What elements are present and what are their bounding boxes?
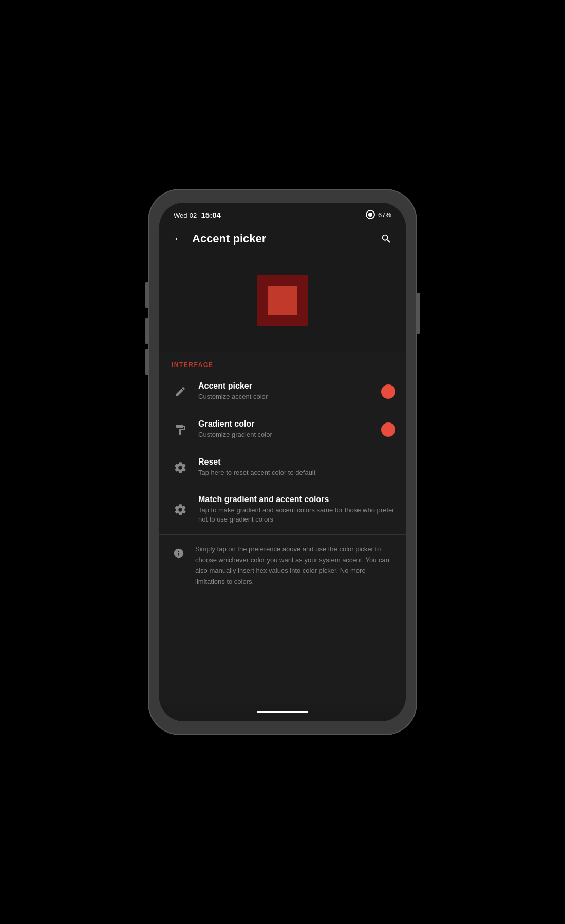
accent-picker-subtitle: Customize accent color (198, 392, 381, 401)
color-swatch-inner (268, 286, 297, 315)
accent-picker-title: Accent picker (198, 381, 381, 391)
reset-icon (170, 457, 191, 478)
gradient-color-content: Gradient color Customize gradient color (198, 419, 381, 439)
accent-picker-toggle[interactable] (381, 384, 396, 399)
status-bar: Wed 02 15:04 67% (159, 203, 406, 223)
phone-screen: Wed 02 15:04 67% ← Accent picker (159, 203, 406, 721)
phone-frame: Wed 02 15:04 67% ← Accent picker (149, 190, 416, 734)
settings-item-accent-picker[interactable]: Accent picker Customize accent color (159, 373, 406, 411)
section-header-interface: INTERFACE (159, 352, 406, 373)
color-preview-area (159, 254, 406, 352)
status-date: 02 (190, 211, 197, 219)
settings-item-reset[interactable]: Reset Tap here to reset accent color to … (159, 449, 406, 487)
status-right: 67% (366, 210, 391, 219)
battery-pct: 67% (378, 211, 391, 219)
accent-picker-content: Accent picker Customize accent color (198, 381, 381, 401)
battery-icon (366, 210, 375, 219)
back-button[interactable]: ← (170, 229, 188, 248)
battery-level (368, 213, 372, 217)
page-title: Accent picker (192, 232, 377, 245)
settings-item-gradient-color[interactable]: Gradient color Customize gradient color (159, 411, 406, 449)
settings-item-match-gradient[interactable]: Match gradient and accent colors Tap to … (159, 487, 406, 532)
info-description: Simply tap on the preference above and u… (195, 544, 396, 587)
status-clock: 15:04 (201, 210, 220, 219)
info-svg (173, 548, 184, 559)
reset-content: Reset Tap here to reset accent color to … (198, 457, 396, 477)
gradient-color-subtitle: Customize gradient color (198, 430, 381, 439)
home-indicator (257, 711, 308, 713)
back-arrow-icon: ← (173, 232, 184, 245)
status-day: Wed (174, 211, 187, 219)
match-gradient-svg (174, 503, 187, 516)
status-time: Wed 02 15:04 (174, 210, 221, 219)
gradient-color-title: Gradient color (198, 419, 381, 429)
settings-list: INTERFACE Accent picker Customize accent… (159, 352, 406, 705)
search-button[interactable] (377, 229, 396, 248)
color-swatch-outer (257, 275, 308, 326)
home-bar (159, 705, 406, 721)
pencil-svg (174, 386, 186, 398)
match-gradient-icon (170, 499, 191, 521)
reset-title: Reset (198, 457, 396, 467)
match-gradient-title: Match gradient and accent colors (198, 495, 396, 504)
info-section: Simply tap on the preference above and u… (159, 534, 406, 596)
paint-roller-svg (174, 424, 186, 436)
match-gradient-subtitle: Tap to make gradient and accent colors s… (198, 506, 396, 524)
reset-svg (174, 461, 187, 474)
info-icon (170, 544, 188, 563)
top-bar: ← Accent picker (159, 223, 406, 254)
pencil-icon (170, 381, 191, 402)
match-gradient-content: Match gradient and accent colors Tap to … (198, 495, 396, 524)
gradient-color-toggle[interactable] (381, 422, 396, 437)
reset-subtitle: Tap here to reset accent color to defaul… (198, 468, 396, 477)
paint-roller-icon (170, 419, 191, 440)
search-icon (381, 233, 392, 244)
